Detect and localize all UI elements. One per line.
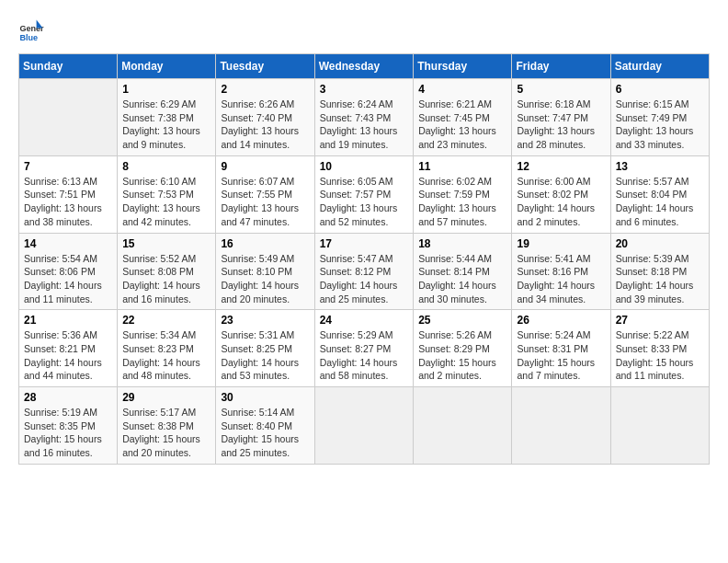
day-number: 26 [517,314,605,327]
day-info: Sunrise: 5:54 AMSunset: 8:06 PMDaylight:… [24,252,112,306]
calendar-cell: 20Sunrise: 5:39 AMSunset: 8:18 PMDayligh… [610,233,709,310]
day-info: Sunrise: 5:36 AMSunset: 8:21 PMDaylight:… [24,328,112,383]
day-number: 14 [24,237,112,250]
day-number: 11 [418,160,506,173]
calendar-cell: 11Sunrise: 6:02 AMSunset: 7:59 PMDayligh… [414,155,512,233]
day-info: Sunrise: 6:26 AMSunset: 7:40 PMDaylight:… [221,98,309,152]
calendar-cell: 27Sunrise: 5:22 AMSunset: 8:33 PMDayligh… [610,310,709,387]
calendar-cell: 17Sunrise: 5:47 AMSunset: 8:12 PMDayligh… [314,233,414,310]
day-number: 28 [24,391,112,404]
day-info: Sunrise: 5:41 AMSunset: 8:16 PMDaylight:… [517,252,605,306]
day-number: 4 [418,83,506,96]
day-number: 25 [418,314,506,327]
calendar-cell: 24Sunrise: 5:29 AMSunset: 8:27 PMDayligh… [314,310,414,387]
col-header-saturday: Saturday [610,54,709,79]
calendar-cell [512,387,610,465]
day-info: Sunrise: 6:07 AMSunset: 7:55 PMDaylight:… [221,175,309,229]
day-number: 20 [616,237,704,250]
day-info: Sunrise: 6:10 AMSunset: 7:53 PMDaylight:… [122,175,210,229]
calendar-cell: 8Sunrise: 6:10 AMSunset: 7:53 PMDaylight… [118,155,216,233]
week-row-4: 21Sunrise: 5:36 AMSunset: 8:21 PMDayligh… [19,310,710,387]
day-info: Sunrise: 6:00 AMSunset: 8:02 PMDaylight:… [517,175,605,229]
calendar-cell: 26Sunrise: 5:24 AMSunset: 8:31 PMDayligh… [512,310,610,387]
calendar-cell: 30Sunrise: 5:14 AMSunset: 8:40 PMDayligh… [216,387,314,465]
day-number: 21 [24,314,112,327]
day-info: Sunrise: 6:29 AMSunset: 7:38 PMDaylight:… [122,98,210,152]
calendar-cell: 9Sunrise: 6:07 AMSunset: 7:55 PMDaylight… [216,155,314,233]
day-number: 22 [122,314,210,327]
day-info: Sunrise: 5:14 AMSunset: 8:40 PMDaylight:… [221,406,309,460]
day-info: Sunrise: 6:05 AMSunset: 7:57 PMDaylight:… [320,175,409,229]
calendar-cell: 16Sunrise: 5:49 AMSunset: 8:10 PMDayligh… [216,233,314,310]
day-info: Sunrise: 6:02 AMSunset: 7:59 PMDaylight:… [418,175,506,229]
day-info: Sunrise: 5:44 AMSunset: 8:14 PMDaylight:… [418,252,506,306]
day-number: 30 [221,391,309,404]
calendar-cell: 28Sunrise: 5:19 AMSunset: 8:35 PMDayligh… [19,387,118,465]
calendar-cell: 13Sunrise: 5:57 AMSunset: 8:04 PMDayligh… [610,155,709,233]
calendar-cell: 12Sunrise: 6:00 AMSunset: 8:02 PMDayligh… [512,155,610,233]
col-header-wednesday: Wednesday [314,54,414,79]
day-number: 24 [320,314,409,327]
day-info: Sunrise: 6:13 AMSunset: 7:51 PMDaylight:… [24,175,112,229]
week-row-3: 14Sunrise: 5:54 AMSunset: 8:06 PMDayligh… [19,233,710,310]
day-info: Sunrise: 5:24 AMSunset: 8:31 PMDaylight:… [517,328,605,383]
calendar-cell [19,79,118,156]
day-info: Sunrise: 5:17 AMSunset: 8:38 PMDaylight:… [122,406,210,460]
day-info: Sunrise: 5:31 AMSunset: 8:25 PMDaylight:… [221,328,309,383]
day-number: 17 [320,237,409,250]
day-number: 27 [616,314,704,327]
day-number: 5 [517,83,605,96]
day-number: 9 [221,160,309,173]
calendar-cell: 25Sunrise: 5:26 AMSunset: 8:29 PMDayligh… [414,310,512,387]
calendar-cell: 22Sunrise: 5:34 AMSunset: 8:23 PMDayligh… [118,310,216,387]
day-number: 23 [221,314,309,327]
calendar-cell: 19Sunrise: 5:41 AMSunset: 8:16 PMDayligh… [512,233,610,310]
day-number: 29 [122,391,210,404]
calendar-cell: 29Sunrise: 5:17 AMSunset: 8:38 PMDayligh… [118,387,216,465]
day-number: 1 [122,83,210,96]
col-header-friday: Friday [512,54,610,79]
day-number: 7 [24,160,112,173]
calendar-cell: 15Sunrise: 5:52 AMSunset: 8:08 PMDayligh… [118,233,216,310]
logo-icon: General Blue [18,18,44,44]
col-header-monday: Monday [118,54,216,79]
day-number: 8 [122,160,210,173]
calendar-cell: 14Sunrise: 5:54 AMSunset: 8:06 PMDayligh… [19,233,118,310]
calendar-cell: 6Sunrise: 6:15 AMSunset: 7:49 PMDaylight… [610,79,709,156]
day-number: 13 [616,160,704,173]
day-info: Sunrise: 5:29 AMSunset: 8:27 PMDaylight:… [320,328,409,383]
page-header: General Blue [18,18,710,44]
calendar-cell: 2Sunrise: 6:26 AMSunset: 7:40 PMDaylight… [216,79,314,156]
logo: General Blue [18,18,44,44]
day-info: Sunrise: 5:57 AMSunset: 8:04 PMDaylight:… [616,175,704,229]
calendar-cell [414,387,512,465]
calendar-table: SundayMondayTuesdayWednesdayThursdayFrid… [18,53,710,465]
day-number: 18 [418,237,506,250]
day-info: Sunrise: 5:34 AMSunset: 8:23 PMDaylight:… [122,328,210,383]
day-number: 3 [320,83,409,96]
day-number: 10 [320,160,409,173]
calendar-cell: 5Sunrise: 6:18 AMSunset: 7:47 PMDaylight… [512,79,610,156]
calendar-cell: 21Sunrise: 5:36 AMSunset: 8:21 PMDayligh… [19,310,118,387]
week-row-1: 1Sunrise: 6:29 AMSunset: 7:38 PMDaylight… [19,79,710,156]
day-info: Sunrise: 6:15 AMSunset: 7:49 PMDaylight:… [616,98,704,152]
day-info: Sunrise: 6:24 AMSunset: 7:43 PMDaylight:… [320,98,409,152]
calendar-cell: 4Sunrise: 6:21 AMSunset: 7:45 PMDaylight… [414,79,512,156]
day-info: Sunrise: 5:49 AMSunset: 8:10 PMDaylight:… [221,252,309,306]
day-info: Sunrise: 5:26 AMSunset: 8:29 PMDaylight:… [418,328,506,383]
calendar-cell [610,387,709,465]
calendar-cell: 10Sunrise: 6:05 AMSunset: 7:57 PMDayligh… [314,155,414,233]
column-headers: SundayMondayTuesdayWednesdayThursdayFrid… [19,54,710,79]
day-number: 19 [517,237,605,250]
week-row-5: 28Sunrise: 5:19 AMSunset: 8:35 PMDayligh… [19,387,710,465]
col-header-sunday: Sunday [19,54,118,79]
day-info: Sunrise: 6:18 AMSunset: 7:47 PMDaylight:… [517,98,605,152]
day-number: 15 [122,237,210,250]
day-info: Sunrise: 5:52 AMSunset: 8:08 PMDaylight:… [122,252,210,306]
day-number: 2 [221,83,309,96]
svg-text:Blue: Blue [19,33,38,42]
col-header-thursday: Thursday [414,54,512,79]
week-row-2: 7Sunrise: 6:13 AMSunset: 7:51 PMDaylight… [19,155,710,233]
day-info: Sunrise: 5:19 AMSunset: 8:35 PMDaylight:… [24,406,112,460]
calendar-cell: 23Sunrise: 5:31 AMSunset: 8:25 PMDayligh… [216,310,314,387]
